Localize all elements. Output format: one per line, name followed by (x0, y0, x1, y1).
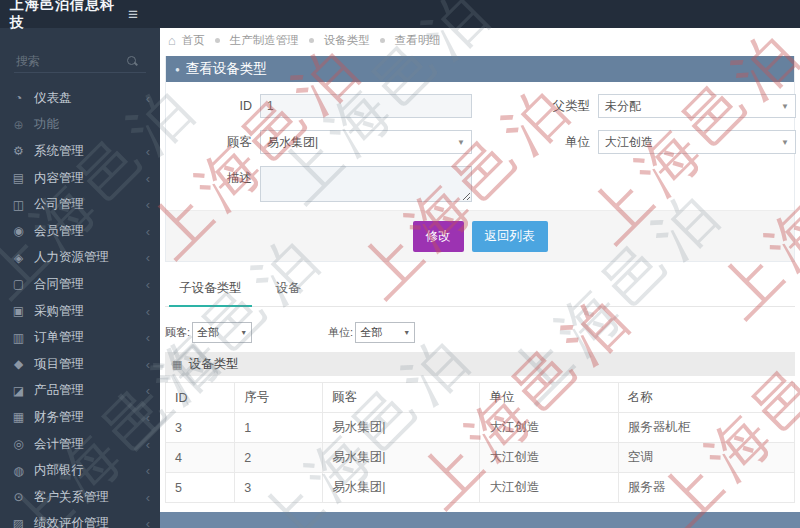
customer-label: 顾客 (174, 134, 252, 151)
sidebar-item-label: 订单管理 (34, 329, 84, 346)
breadcrumb-item[interactable]: 查看明细 (395, 33, 441, 48)
table-cell: 服务器机柜 (618, 413, 794, 443)
sidebar-item-contract[interactable]: ▢合同管理‹ (0, 271, 160, 298)
sidebar-item-label: 仪表盘 (34, 90, 72, 107)
table-row: 31易水集团|大江创造服务器机柜 (166, 413, 795, 443)
chevron-collapse-icon: ‹ (146, 330, 150, 345)
sidebar-item-label: 功能 (34, 116, 59, 133)
sidebar-item-label: 产品管理 (34, 382, 84, 399)
sidebar-item-features[interactable]: ⊕功能 (0, 112, 160, 139)
chevron-down-icon: ▼ (457, 138, 465, 147)
tab-sub-device-type[interactable]: 子设备类型 (177, 270, 244, 306)
sidebar-item-crm[interactable]: ⊙客户关系管理‹ (0, 484, 160, 511)
sidebar-item-project[interactable]: ◆项目管理‹ (0, 351, 160, 378)
sidebar-item-system[interactable]: ⚙系统管理‹ (0, 138, 160, 165)
breadcrumb-separator-icon (380, 38, 385, 43)
chevron-collapse-icon: ‹ (146, 383, 150, 398)
crm-icon: ⊙ (10, 490, 27, 504)
footer-bar (160, 512, 800, 528)
id-field[interactable] (260, 94, 472, 118)
sidebar-item-label: 人力资源管理 (34, 249, 109, 266)
sidebar-item-label: 会员管理 (34, 223, 84, 240)
member-icon: ◉ (10, 224, 27, 238)
breadcrumb-home[interactable]: 首页 (182, 33, 205, 48)
col-name: 名称 (618, 383, 794, 413)
customer-select[interactable]: 易水集团| ▼ (260, 130, 472, 154)
chevron-down-icon: ▼ (781, 102, 789, 111)
parent-type-select[interactable]: 未分配 ▼ (598, 94, 796, 118)
accounting-icon: ◎ (10, 437, 27, 451)
sidebar-item-product[interactable]: ◪产品管理‹ (0, 378, 160, 405)
table-cell: 大江创造 (480, 443, 618, 473)
tabbar: 子设备类型 设备 (165, 270, 795, 307)
table-cell: 易水集团| (323, 473, 480, 503)
customer-filter-select[interactable]: 全部 ▼ (192, 322, 252, 343)
sidebar-item-member[interactable]: ◉会员管理‹ (0, 218, 160, 245)
chevron-down-icon: ▼ (240, 329, 247, 336)
detail-form: ID 父类型 未分配 ▼ 顾客 易水集团| ▼ 单位 大江创造 ▼ (166, 82, 794, 210)
device-type-icon: ▦ (172, 358, 182, 371)
panel-title: 查看设备类型 (186, 60, 267, 78)
table-cell: 易水集团| (323, 443, 480, 473)
company-icon: ◫ (10, 198, 27, 212)
chevron-collapse-icon: ‹ (146, 171, 150, 186)
related-card: 子设备类型 设备 顾客: 全部 ▼ 单位: 全部 ▼ ▦ 设备类型 (165, 270, 795, 503)
product-icon: ◪ (10, 384, 27, 398)
sidebar-item-accounting[interactable]: ◎会计管理‹ (0, 431, 160, 458)
table-cell: 空调 (618, 443, 794, 473)
table-row: 53易水集团|大江创造服务器 (166, 473, 795, 503)
chevron-collapse-icon: ‹ (146, 250, 150, 265)
chevron-collapse-icon: ‹ (146, 516, 150, 528)
breadcrumb-separator-icon (309, 38, 314, 43)
table-cell: 2 (235, 443, 323, 473)
table-section-title: 设备类型 (188, 356, 238, 373)
search-input[interactable] (14, 53, 126, 69)
sidebar-item-company[interactable]: ◫公司管理‹ (0, 191, 160, 218)
table-cell: 4 (166, 443, 235, 473)
sidebar-item-order[interactable]: ▥订单管理‹ (0, 324, 160, 351)
sidebar-item-dashboard[interactable]: ◔仪表盘‹ (0, 85, 160, 112)
table-cell: 大江创造 (480, 413, 618, 443)
unit-select[interactable]: 大江创造 ▼ (598, 130, 796, 154)
sidebar-item-label: 财务管理 (34, 409, 84, 426)
dashboard-icon: ◔ (10, 91, 27, 105)
sidebar-item-procurement[interactable]: ▣采购管理‹ (0, 298, 160, 325)
sidebar-item-internal-bank[interactable]: ◍内部银行‹ (0, 457, 160, 484)
sidebar: ◔仪表盘‹⊕功能⚙系统管理‹▤内容管理‹◫公司管理‹◉会员管理‹◈人力资源管理‹… (0, 28, 160, 528)
customer-filter: 顾客: 全部 ▼ (165, 322, 252, 343)
chevron-collapse-icon: ‹ (146, 224, 150, 239)
description-field[interactable] (260, 166, 472, 202)
sidebar-item-label: 项目管理 (34, 356, 84, 373)
unit-filter-select[interactable]: 全部 ▼ (355, 322, 415, 343)
description-label: 描述 (174, 166, 252, 187)
main-content: ⌂ 首页 生产制造管理设备类型查看明细 ● 查看设备类型 ID 父类型 未分配 … (160, 28, 800, 528)
order-icon: ▥ (10, 331, 27, 345)
sidebar-item-finance[interactable]: ▦财务管理‹ (0, 404, 160, 431)
breadcrumb-item[interactable]: 设备类型 (324, 33, 370, 48)
content-icon: ▤ (10, 171, 27, 185)
table-cell: 易水集团| (323, 413, 480, 443)
unit-filter: 单位: 全部 ▼ (328, 322, 415, 343)
table-cell: 3 (166, 413, 235, 443)
search-icon[interactable] (126, 55, 138, 67)
sidebar-item-label: 内容管理 (34, 170, 84, 187)
sidebar-item-hr[interactable]: ◈人力资源管理‹ (0, 245, 160, 272)
chevron-collapse-icon: ‹ (146, 410, 150, 425)
home-icon: ⌂ (168, 33, 176, 48)
sidebar-item-content[interactable]: ▤内容管理‹ (0, 165, 160, 192)
chevron-collapse-icon: ‹ (146, 197, 150, 212)
chevron-collapse-icon: ‹ (146, 437, 150, 452)
sidebar-item-performance[interactable]: ▨绩效评价管理‹ (0, 511, 160, 528)
tab-device[interactable]: 设备 (274, 270, 303, 306)
filters-row: 顾客: 全部 ▼ 单位: 全部 ▼ (165, 307, 795, 350)
col-unit: 单位 (480, 383, 618, 413)
menu-toggle-icon[interactable]: ≡ (128, 6, 138, 23)
back-to-list-button[interactable]: 返回列表 (472, 221, 548, 252)
modify-button[interactable]: 修改 (413, 221, 464, 252)
sidebar-item-label: 合同管理 (34, 276, 84, 293)
breadcrumb-item[interactable]: 生产制造管理 (230, 33, 299, 48)
chevron-collapse-icon: ‹ (146, 304, 150, 319)
chevron-collapse-icon: ‹ (146, 277, 150, 292)
chevron-collapse-icon: ‹ (146, 463, 150, 478)
panel-header: ● 查看设备类型 (166, 56, 794, 82)
